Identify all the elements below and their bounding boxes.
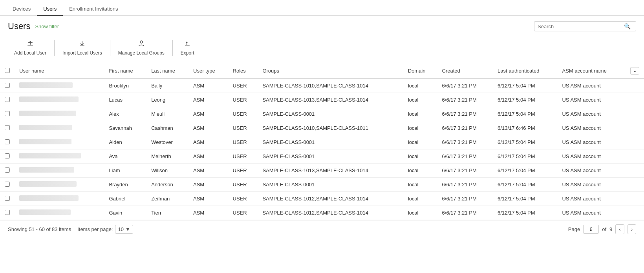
table-row: Savannah Cashman ASM USER SAMPLE-CLASS-1… xyxy=(0,121,644,135)
search-input[interactable] xyxy=(538,24,624,29)
svg-point-5 xyxy=(140,41,143,43)
search-icon: 🔍 xyxy=(624,23,631,29)
row-checkbox-cell xyxy=(0,178,15,192)
next-page-button[interactable]: › xyxy=(628,224,636,234)
usertype-cell: ASM xyxy=(188,121,228,135)
page-input[interactable] xyxy=(583,225,599,234)
row-checkbox[interactable] xyxy=(5,97,10,102)
expand-cell xyxy=(626,135,644,149)
created-cell: 6/6/17 3:21 PM xyxy=(437,93,493,107)
page-header: Users Show filter 🔍 xyxy=(0,16,644,35)
search-box[interactable]: 🔍 xyxy=(534,21,636,31)
row-checkbox-cell xyxy=(0,93,15,107)
table-row: Gabriel Zeifman ASM USER SAMPLE-CLASS-10… xyxy=(0,192,644,206)
groups-cell: SAMPLE-CLASS-1012,SAMPLE-CLASS-1014 xyxy=(258,206,403,220)
row-checkbox-cell xyxy=(0,79,15,93)
per-page-dropdown[interactable]: 10 ▼ xyxy=(115,225,133,234)
row-checkbox[interactable] xyxy=(5,182,10,187)
show-filter-link[interactable]: Show filter xyxy=(35,24,59,29)
row-checkbox[interactable] xyxy=(5,111,10,116)
domain-cell: local xyxy=(403,93,437,107)
username-cell xyxy=(15,79,104,93)
last-auth-cell: 6/12/17 5:04 PM xyxy=(493,192,557,206)
asm-cell: US ASM account xyxy=(557,93,626,107)
username-blur xyxy=(19,82,73,88)
col-usertype: User type xyxy=(188,63,228,79)
row-checkbox[interactable] xyxy=(5,210,10,215)
per-page-selector: Items per page: 10 ▼ xyxy=(77,225,133,234)
select-all-checkbox[interactable] xyxy=(5,68,10,73)
asm-cell: US ASM account xyxy=(557,79,626,93)
manage-local-groups-label: Manage Local Groups xyxy=(118,50,165,56)
expand-cell xyxy=(626,107,644,121)
import-local-users-button[interactable]: Import Local Users xyxy=(56,38,108,58)
svg-rect-4 xyxy=(82,41,82,44)
row-checkbox[interactable] xyxy=(5,167,10,173)
column-expand-button[interactable]: ⌄ xyxy=(630,67,639,75)
created-cell: 6/6/17 3:21 PM xyxy=(437,192,493,206)
expand-cell xyxy=(626,93,644,107)
table-row: Liam Willson ASM USER SAMPLE-CLASS-1013,… xyxy=(0,164,644,178)
domain-cell: local xyxy=(403,149,437,164)
groups-cell: SAMPLE-CLASS-1010,SAMPLE-CLASS-1011 xyxy=(258,121,403,135)
col-roles: Roles xyxy=(228,63,258,79)
domain-cell: local xyxy=(403,135,437,149)
username-blur xyxy=(19,125,72,130)
import-local-users-label: Import Local Users xyxy=(62,50,102,56)
roles-cell: USER xyxy=(228,192,258,206)
row-checkbox[interactable] xyxy=(5,83,10,88)
last-auth-cell: 6/12/17 5:04 PM xyxy=(493,164,557,178)
row-checkbox-cell xyxy=(0,149,15,164)
asm-cell: US ASM account xyxy=(557,178,626,192)
username-cell xyxy=(15,107,104,121)
tab-users[interactable]: Users xyxy=(37,3,63,16)
tab-enrollment[interactable]: Enrollment Invitations xyxy=(63,3,124,16)
usertype-cell: ASM xyxy=(188,93,228,107)
row-checkbox[interactable] xyxy=(5,125,10,130)
asm-cell: US ASM account xyxy=(557,107,626,121)
svg-rect-3 xyxy=(80,46,84,46)
per-page-chevron-icon: ▼ xyxy=(125,226,130,232)
username-blur xyxy=(19,181,77,187)
lastname-cell: Meinerth xyxy=(146,149,188,164)
domain-cell: local xyxy=(403,121,437,135)
lastname-cell: Cashman xyxy=(146,121,188,135)
table-row: Brooklyn Baily ASM USER SAMPLE-CLASS-101… xyxy=(0,79,644,93)
firstname-cell: Aiden xyxy=(104,135,146,149)
add-local-user-button[interactable]: Add Local User xyxy=(8,38,53,58)
domain-cell: local xyxy=(403,79,437,93)
firstname-cell: Ava xyxy=(104,149,146,164)
username-cell xyxy=(15,93,104,107)
username-cell xyxy=(15,149,104,164)
username-cell xyxy=(15,206,104,220)
roles-cell: USER xyxy=(228,107,258,121)
groups-cell: SAMPLE-CLASS-0001 xyxy=(258,149,403,164)
tab-devices[interactable]: Devices xyxy=(6,3,37,16)
toolbar: Add Local User Import Local Users Manage… xyxy=(0,35,644,63)
last-auth-cell: 6/12/17 5:04 PM xyxy=(493,93,557,107)
firstname-cell: Brooklyn xyxy=(104,79,146,93)
usertype-cell: ASM xyxy=(188,107,228,121)
table-row: Aiden Westover ASM USER SAMPLE-CLASS-000… xyxy=(0,135,644,149)
row-checkbox[interactable] xyxy=(5,196,10,201)
manage-local-groups-button[interactable]: Manage Local Groups xyxy=(112,38,171,58)
firstname-cell: Brayden xyxy=(104,178,146,192)
domain-cell: local xyxy=(403,178,437,192)
last-auth-cell: 6/12/17 5:04 PM xyxy=(493,206,557,220)
firstname-cell: Gavin xyxy=(104,206,146,220)
row-checkbox[interactable] xyxy=(5,153,10,158)
asm-cell: US ASM account xyxy=(557,121,626,135)
username-cell xyxy=(15,164,104,178)
username-blur xyxy=(19,195,79,201)
export-button[interactable]: Export xyxy=(174,38,201,58)
prev-page-button[interactable]: ‹ xyxy=(615,224,624,234)
col-username: User name xyxy=(15,63,104,79)
lastname-cell: Willson xyxy=(146,164,188,178)
groups-cell: SAMPLE-CLASS-1013,SAMPLE-CLASS-1014 xyxy=(258,93,403,107)
row-checkbox[interactable] xyxy=(5,139,10,144)
expand-cell xyxy=(626,206,644,220)
svg-rect-2 xyxy=(28,42,33,43)
expand-cell xyxy=(626,192,644,206)
usertype-cell: ASM xyxy=(188,178,228,192)
expand-cell xyxy=(626,149,644,164)
